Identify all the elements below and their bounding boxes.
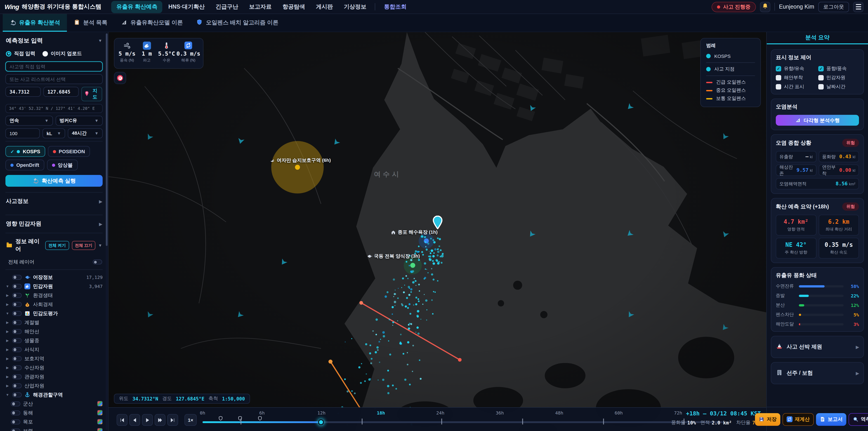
expander-closed-icon[interactable]: ▶ xyxy=(5,366,9,370)
layers-all-off-button[interactable]: 전체 끄기 xyxy=(72,241,95,250)
expander-closed-icon[interactable]: ▶ xyxy=(5,302,9,306)
sidebar-section-1[interactable]: 사고정보▶ xyxy=(5,192,103,210)
nav-item-7[interactable]: 기상정보 xyxy=(339,1,371,13)
owner-section[interactable]: 선주 / 보험▶ xyxy=(771,362,864,384)
layer-toggle[interactable] xyxy=(12,365,22,370)
logout-button[interactable]: 로그아웃 xyxy=(818,2,849,12)
sidebar-scrollbar[interactable] xyxy=(106,33,107,430)
oil-type-select[interactable]: 벙커C유▼ xyxy=(55,116,103,126)
fence-event-shield-icon[interactable] xyxy=(238,414,243,423)
legend-line-icon xyxy=(706,98,712,99)
expander-closed-icon[interactable]: ▶ xyxy=(5,293,9,297)
nav-item-6[interactable]: 게시판 xyxy=(311,1,338,13)
expander-closed-icon[interactable]: ▶ xyxy=(5,329,9,333)
expander-open-icon[interactable]: ▼ xyxy=(5,311,9,315)
layer-toggle[interactable] xyxy=(12,293,22,298)
search-button[interactable]: 역추적 xyxy=(848,413,868,426)
layers-all-on-button[interactable]: 전체 켜기 xyxy=(45,241,69,250)
layer-toggle[interactable] xyxy=(12,356,22,361)
duration-select[interactable]: 48시간▼ xyxy=(68,128,103,138)
expander-closed-icon[interactable]: ▶ xyxy=(5,357,9,361)
layer-toggle[interactable] xyxy=(11,419,20,424)
timeline-handle[interactable] xyxy=(318,419,324,425)
latitude-input[interactable] xyxy=(5,87,41,97)
model-chip-OpenDrift[interactable]: OpenDrift xyxy=(5,160,44,171)
display-check-유향/유속[interactable]: ✓유향/유속 xyxy=(776,65,816,72)
layer-style-button[interactable] xyxy=(97,401,103,406)
incident-name-input[interactable] xyxy=(5,61,103,71)
layer-toggle[interactable] xyxy=(12,320,22,325)
incident-pin-icon[interactable] xyxy=(432,216,443,231)
layer-toggle[interactable] xyxy=(11,410,20,415)
layer-toggle[interactable] xyxy=(11,428,20,431)
layer-toggle[interactable] xyxy=(12,284,22,288)
nav-item-4[interactable]: 보고자료 xyxy=(244,1,277,13)
expander-open-icon[interactable]: ▼ xyxy=(5,284,9,288)
map-statusbar: 위도34.7312°N 경도127.6845°E 축척1:50,000 xyxy=(114,394,250,404)
layer-toggle[interactable] xyxy=(12,392,22,397)
layer-toggle[interactable] xyxy=(12,275,22,280)
prediction-input-section[interactable]: 예측정보 입력▼ xyxy=(5,36,103,49)
expander-closed-icon[interactable]: ▶ xyxy=(5,374,9,378)
model-chip-앙상블[interactable]: 앙상블 xyxy=(47,160,78,171)
layer-toggle[interactable] xyxy=(12,329,22,334)
spill-type-select[interactable]: 연속▼ xyxy=(5,116,53,126)
map-canvas[interactable]: 여수시 여자만 습지보호구역 (6h)종포 해수욕장 (1h)국동 전복 양식장… xyxy=(108,32,766,431)
nav-item-5[interactable]: 항공탐색 xyxy=(278,1,310,13)
tab-4[interactable]: 오일펜스 배치 알고리즘 이론 xyxy=(190,14,285,32)
pick-on-map-button[interactable]: 지도 xyxy=(81,87,102,101)
fence-event-shield-icon[interactable] xyxy=(218,414,223,423)
menu-button[interactable] xyxy=(853,2,864,12)
scrollbar-thumb[interactable] xyxy=(106,33,107,246)
layer-toggle[interactable] xyxy=(12,338,22,343)
save-button[interactable]: 저장 xyxy=(755,413,780,426)
tab-2[interactable]: 분석 목록 xyxy=(67,14,114,32)
layer-toggle[interactable] xyxy=(11,401,20,406)
layer-toggle[interactable] xyxy=(12,374,22,379)
radio-image-upload[interactable]: 이미지 업로드 xyxy=(42,50,82,57)
nav-item-1[interactable]: 유출유 확산예측 xyxy=(112,1,162,13)
timeline-track[interactable] xyxy=(203,421,723,423)
expander-closed-icon[interactable]: ▶ xyxy=(5,320,9,324)
longitude-input[interactable] xyxy=(43,87,79,97)
layer-style-button[interactable] xyxy=(97,419,103,425)
layer-toggle[interactable] xyxy=(12,311,22,316)
red-dot-icon xyxy=(717,5,720,8)
unit-select[interactable]: kL▼ xyxy=(42,128,65,138)
sidebar-section-2[interactable]: 영향 민감자원▶ xyxy=(5,215,103,233)
layer-toggle[interactable] xyxy=(12,347,22,352)
expander-closed-icon[interactable]: ▶ xyxy=(5,383,9,388)
tab-3[interactable]: 유출유확산모델 이론 xyxy=(114,14,190,32)
expander-closed-icon[interactable]: ▶ xyxy=(5,338,9,342)
expander-open-icon[interactable]: ▼ xyxy=(5,393,9,397)
expander-closed-icon[interactable]: ▶ xyxy=(5,347,9,351)
fence-event-shield-icon[interactable] xyxy=(257,414,262,423)
nav-item-3[interactable]: 긴급구난 xyxy=(211,1,243,13)
all-layers-toggle[interactable] xyxy=(93,259,102,265)
display-check-해안부착[interactable]: 해안부착 xyxy=(776,74,816,81)
report-button[interactable]: 보고서 xyxy=(816,413,846,426)
nav-item-2[interactable]: HNS·대기확산 xyxy=(163,1,210,13)
layer-style-button[interactable] xyxy=(97,428,103,431)
run-prediction-button[interactable]: 확산예측 실행 xyxy=(5,175,103,187)
model-chip-POSEIDON[interactable]: POSEIDON xyxy=(48,146,90,157)
incident-list-input[interactable] xyxy=(5,74,103,84)
polygon-analysis-button[interactable]: 다각형 분석수행 xyxy=(776,115,859,126)
display-check-풍향/풍속[interactable]: ✓풍향/풍속 xyxy=(818,65,859,72)
model-chip-KOSPS[interactable]: ✓KOSPS xyxy=(5,146,45,157)
locate-incident-button[interactable] xyxy=(114,72,126,84)
notifications-button[interactable] xyxy=(760,2,770,12)
amount-input[interactable] xyxy=(5,128,40,138)
display-check-민감자원[interactable]: 민감자원 xyxy=(818,74,859,81)
layer-toggle[interactable] xyxy=(12,302,22,307)
layer-toggle[interactable] xyxy=(12,383,22,388)
layer-style-button[interactable] xyxy=(97,410,103,415)
vessel-section[interactable]: 사고 선박 제원▶ xyxy=(771,336,864,358)
nav-item-8[interactable]: 통합조회 xyxy=(379,1,412,13)
radio-direct-input[interactable]: 직접 입력 xyxy=(6,50,35,57)
display-check-날짜시간[interactable]: 날짜시간 xyxy=(818,84,859,90)
chevron-down-icon: ▼ xyxy=(94,131,98,135)
display-check-시간 표시[interactable]: 시간 표시 xyxy=(776,84,816,90)
refresh-button[interactable]: 재계산 xyxy=(782,413,814,426)
tab-1[interactable]: 유출유 확산분석 xyxy=(3,14,67,32)
